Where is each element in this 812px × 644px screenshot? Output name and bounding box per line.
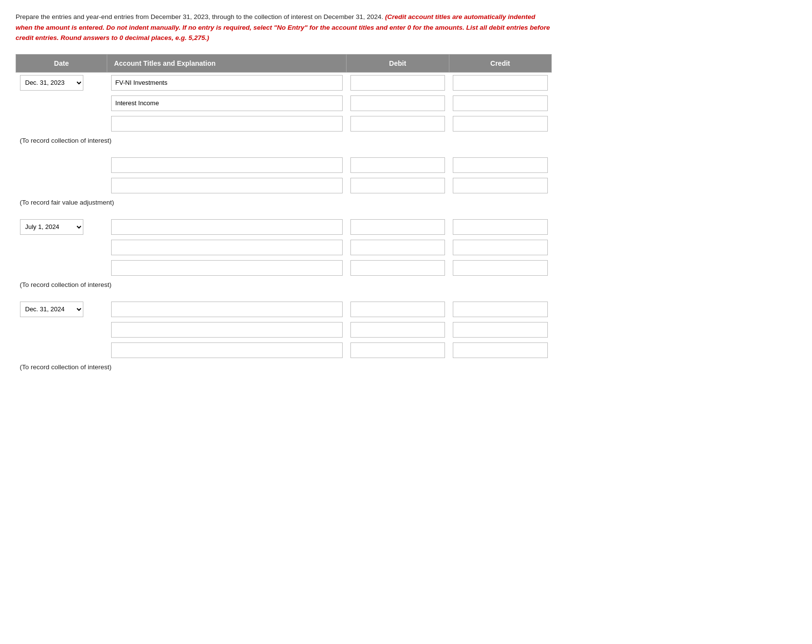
table-row xyxy=(16,237,552,258)
debit-input-jul2024-1[interactable] xyxy=(350,240,445,255)
debit-input-dec2024-0[interactable] xyxy=(350,302,445,317)
credit-input-dec2024-1[interactable] xyxy=(453,322,547,338)
debit-input-dec2023-0[interactable] xyxy=(350,75,445,91)
note-text: (To record collection of interest) xyxy=(16,134,552,149)
table-row xyxy=(16,258,552,278)
credit-input-dec2024-2[interactable] xyxy=(453,342,547,358)
instruction-normal: Prepare the entries and year-end entries… xyxy=(16,13,383,20)
debit-input-dec2024-1[interactable] xyxy=(350,322,445,338)
table-row xyxy=(16,320,552,340)
account-input-dec2023-1[interactable] xyxy=(111,95,343,111)
note-text: (To record collection of interest) xyxy=(16,360,552,376)
debit-input-jul2024-0[interactable] xyxy=(350,219,445,235)
table-row xyxy=(16,155,552,175)
credit-input-dec2023b-0[interactable] xyxy=(453,157,547,173)
note-text: (To record collection of interest) xyxy=(16,278,552,293)
header-credit: Credit xyxy=(449,54,551,72)
account-input-dec2023b-0[interactable] xyxy=(111,157,343,173)
note-row: (To record fair value adjustment) xyxy=(16,196,552,211)
debit-input-dec2023-1[interactable] xyxy=(350,95,445,111)
debit-input-jul2024-2[interactable] xyxy=(350,260,445,276)
table-row xyxy=(16,175,552,196)
debit-input-dec2023-2[interactable] xyxy=(350,116,445,132)
note-row: (To record collection of interest) xyxy=(16,278,552,293)
account-input-jul2024-1[interactable] xyxy=(111,240,343,255)
table-row: Dec. 31, 2024 xyxy=(16,299,552,320)
debit-input-dec2023b-1[interactable] xyxy=(350,178,445,193)
credit-input-dec2023-0[interactable] xyxy=(453,75,547,91)
credit-input-dec2024-0[interactable] xyxy=(453,302,547,317)
instructions: Prepare the entries and year-end entries… xyxy=(16,12,552,43)
table-row xyxy=(16,114,552,134)
date-select-jul2024[interactable]: July 1, 2024 xyxy=(20,219,83,235)
header-debit: Debit xyxy=(347,54,449,72)
date-select-dec2024[interactable]: Dec. 31, 2024 xyxy=(20,302,83,317)
note-row: (To record collection of interest) xyxy=(16,134,552,149)
account-input-dec2024-1[interactable] xyxy=(111,322,343,338)
note-row: (To record collection of interest) xyxy=(16,360,552,376)
header-account: Account Titles and Explanation xyxy=(107,54,347,72)
table-row xyxy=(16,340,552,360)
table-row: July 1, 2024 xyxy=(16,217,552,237)
account-input-dec2024-2[interactable] xyxy=(111,342,343,358)
account-input-jul2024-2[interactable] xyxy=(111,260,343,276)
credit-input-dec2023-2[interactable] xyxy=(453,116,547,132)
debit-input-dec2023b-0[interactable] xyxy=(350,157,445,173)
account-input-dec2023b-1[interactable] xyxy=(111,178,343,193)
credit-input-dec2023-1[interactable] xyxy=(453,95,547,111)
credit-input-jul2024-0[interactable] xyxy=(453,219,547,235)
account-input-dec2023-2[interactable] xyxy=(111,116,343,132)
table-row xyxy=(16,93,552,114)
account-input-jul2024-0[interactable] xyxy=(111,219,343,235)
debit-input-dec2024-2[interactable] xyxy=(350,342,445,358)
journal-table: Date Account Titles and Explanation Debi… xyxy=(16,54,552,376)
header-date: Date xyxy=(16,54,107,72)
table-row: Dec. 31, 2023 xyxy=(16,72,552,93)
note-text: (To record fair value adjustment) xyxy=(16,196,552,211)
credit-input-jul2024-2[interactable] xyxy=(453,260,547,276)
credit-input-dec2023b-1[interactable] xyxy=(453,178,547,193)
account-input-dec2023-0[interactable] xyxy=(111,75,343,91)
account-input-dec2024-0[interactable] xyxy=(111,302,343,317)
date-select-dec2023[interactable]: Dec. 31, 2023 xyxy=(20,75,83,91)
credit-input-jul2024-1[interactable] xyxy=(453,240,547,255)
